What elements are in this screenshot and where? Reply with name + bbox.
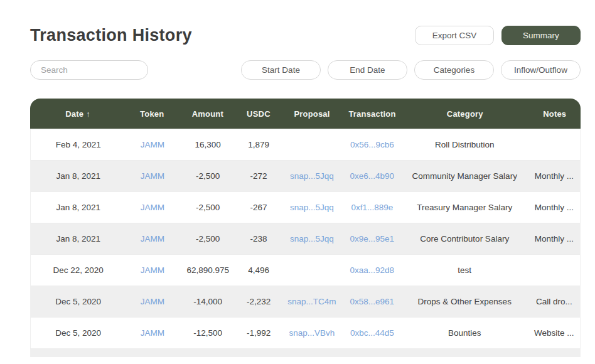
proposal-link[interactable]: snap...5Jqq bbox=[281, 203, 343, 212]
sort-ascending-icon: ↑ bbox=[86, 110, 90, 119]
transactions-table: Date↑ Token Amount USDC Proposal Transac… bbox=[30, 99, 581, 357]
usdc-cell: -2,232 bbox=[237, 297, 281, 306]
notes-cell: Website ... bbox=[528, 328, 580, 338]
transaction-link[interactable]: 0xe6...4b90 bbox=[343, 171, 401, 181]
table-row-partial bbox=[30, 348, 581, 357]
table-row: Dec 22, 2020JAMM62,890.9754,4960xaa...92… bbox=[31, 254, 580, 286]
column-header-token[interactable]: Token bbox=[126, 109, 179, 119]
amount-cell: 16,300 bbox=[179, 140, 237, 149]
category-cell: Roll Distribution bbox=[401, 140, 528, 149]
table-header: Date↑ Token Amount USDC Proposal Transac… bbox=[30, 99, 581, 129]
amount-cell: -2,500 bbox=[179, 234, 237, 244]
filter-bar: Start Date End Date Categories Inflow/Ou… bbox=[30, 60, 581, 80]
end-date-button[interactable]: End Date bbox=[328, 60, 407, 80]
column-header-transaction[interactable]: Transaction bbox=[343, 109, 401, 119]
topbar-actions: Export CSV Summary bbox=[415, 26, 581, 45]
transaction-link[interactable]: 0xaa...92d8 bbox=[343, 265, 401, 275]
usdc-cell: -238 bbox=[237, 234, 281, 244]
date-cell: Jan 8, 2021 bbox=[31, 234, 126, 244]
category-cell: Bounties bbox=[401, 328, 528, 338]
transaction-link[interactable]: 0xf1...889e bbox=[343, 203, 401, 212]
notes-cell: Monthly ... bbox=[528, 203, 580, 212]
transaction-link[interactable]: 0x58...e961 bbox=[343, 297, 401, 306]
table-row: Dec 5, 2020JAMM-14,000-2,232snap...TC4m0… bbox=[31, 286, 580, 317]
date-cell: Feb 4, 2021 bbox=[31, 140, 126, 149]
transaction-history-page: Transaction History Export CSV Summary S… bbox=[30, 26, 581, 357]
search-input[interactable] bbox=[30, 60, 148, 80]
token-link[interactable]: JAMM bbox=[126, 297, 179, 306]
category-cell: Drops & Other Expenses bbox=[401, 297, 528, 306]
notes-cell: Monthly ... bbox=[528, 171, 580, 181]
date-cell: Dec 5, 2020 bbox=[31, 328, 126, 338]
inflow-outflow-button[interactable]: Inflow/Outflow bbox=[501, 60, 581, 80]
category-cell: test bbox=[401, 265, 528, 275]
table-row: Feb 4, 2021JAMM16,3001,8790x56...9cb6Rol… bbox=[31, 129, 580, 160]
category-cell: Treasury Manager Salary bbox=[401, 203, 528, 212]
token-link[interactable]: JAMM bbox=[126, 171, 179, 181]
proposal-link[interactable]: snap...5Jqq bbox=[281, 171, 343, 181]
category-cell: Core Contributor Salary bbox=[401, 234, 528, 244]
table-row: Jan 8, 2021JAMM-2,500-238snap...5Jqq0x9e… bbox=[31, 223, 580, 254]
date-cell: Dec 5, 2020 bbox=[31, 297, 126, 306]
token-link[interactable]: JAMM bbox=[126, 265, 179, 275]
usdc-cell: -1,992 bbox=[237, 328, 281, 338]
token-link[interactable]: JAMM bbox=[126, 328, 179, 338]
usdc-cell: -267 bbox=[237, 203, 281, 212]
top-bar: Transaction History Export CSV Summary bbox=[30, 26, 581, 45]
notes-cell: Monthly ... bbox=[528, 234, 580, 244]
column-header-category[interactable]: Category bbox=[401, 109, 528, 119]
token-link[interactable]: JAMM bbox=[126, 234, 179, 244]
filter-actions: Start Date End Date Categories Inflow/Ou… bbox=[241, 60, 581, 80]
token-link[interactable]: JAMM bbox=[126, 203, 179, 212]
token-link[interactable]: JAMM bbox=[126, 140, 179, 149]
summary-button[interactable]: Summary bbox=[501, 26, 581, 45]
transaction-link[interactable]: 0xbc...44d5 bbox=[343, 328, 401, 338]
usdc-cell: 4,496 bbox=[237, 265, 281, 275]
table-row: Jan 8, 2021JAMM-2,500-267snap...5Jqq0xf1… bbox=[31, 191, 580, 223]
transaction-link[interactable]: 0x9e...95e1 bbox=[343, 234, 401, 244]
proposal-link[interactable]: snap...5Jqq bbox=[281, 234, 343, 244]
date-cell: Jan 8, 2021 bbox=[31, 171, 126, 181]
usdc-cell: -272 bbox=[237, 171, 281, 181]
transaction-link[interactable]: 0x56...9cb6 bbox=[343, 140, 401, 149]
column-header-notes[interactable]: Notes bbox=[529, 109, 581, 119]
column-header-proposal[interactable]: Proposal bbox=[281, 109, 343, 119]
column-header-usdc[interactable]: USDC bbox=[237, 109, 281, 119]
proposal-link[interactable]: snap...VBvh bbox=[281, 328, 343, 338]
column-header-amount[interactable]: Amount bbox=[179, 109, 237, 119]
table-row: Dec 5, 2020JAMM-12,500-1,992snap...VBvh0… bbox=[31, 317, 580, 348]
amount-cell: -2,500 bbox=[179, 171, 237, 181]
usdc-cell: 1,879 bbox=[237, 140, 281, 149]
category-cell: Community Manager Salary bbox=[401, 171, 528, 181]
column-header-date[interactable]: Date↑ bbox=[30, 109, 126, 119]
amount-cell: -2,500 bbox=[179, 203, 237, 212]
date-cell: Jan 8, 2021 bbox=[31, 203, 126, 212]
start-date-button[interactable]: Start Date bbox=[241, 60, 321, 80]
amount-cell: 62,890.975 bbox=[179, 265, 237, 275]
table-body: Feb 4, 2021JAMM16,3001,8790x56...9cb6Rol… bbox=[30, 129, 581, 348]
notes-cell: Call dro... bbox=[528, 297, 580, 306]
page-title: Transaction History bbox=[30, 26, 192, 45]
date-cell: Dec 22, 2020 bbox=[31, 265, 126, 275]
categories-button[interactable]: Categories bbox=[414, 60, 494, 80]
column-header-date-label: Date bbox=[65, 109, 83, 119]
amount-cell: -12,500 bbox=[179, 328, 237, 338]
proposal-link[interactable]: snap...TC4m bbox=[281, 297, 343, 306]
export-csv-button[interactable]: Export CSV bbox=[415, 26, 494, 45]
table-row: Jan 8, 2021JAMM-2,500-272snap...5Jqq0xe6… bbox=[31, 160, 580, 191]
amount-cell: -14,000 bbox=[179, 297, 237, 306]
